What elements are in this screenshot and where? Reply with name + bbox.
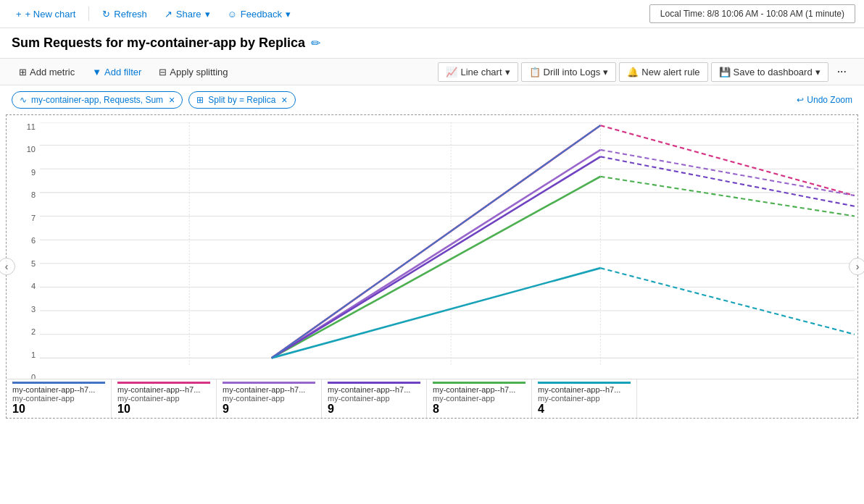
feedback-button[interactable]: ☺ Feedback ▾: [220, 5, 298, 23]
save-icon: 💾: [719, 67, 731, 77]
save-dashboard-label: Save to dashboard: [734, 67, 813, 77]
legend-name-3: my-container-app--h7...: [223, 385, 315, 394]
split-icon: ⊟: [159, 67, 167, 77]
share-label: Share: [176, 9, 202, 20]
add-filter-label: Add filter: [104, 67, 141, 77]
add-metric-button[interactable]: ⊞ Add metric: [12, 63, 82, 81]
legend-name-6: my-container-app--h7...: [538, 385, 631, 394]
chevron-right-icon: ›: [856, 261, 860, 272]
legend-value-4: 9: [328, 403, 420, 416]
legend-bar: my-container-app--h7... my-container-app…: [7, 379, 857, 418]
legend-item-1[interactable]: my-container-app--h7... my-container-app…: [7, 379, 112, 418]
legend-item-3[interactable]: my-container-app--h7... my-container-app…: [217, 379, 322, 418]
filter-bar: ∿ my-container-app, Requests, Sum × ⊞ Sp…: [0, 85, 864, 114]
y-label-3: 3: [31, 305, 36, 314]
time-range-label: Local Time: 8/8 10:06 AM - 10:08 AM (1 m…: [660, 9, 844, 19]
nav-right-button[interactable]: ›: [849, 258, 864, 275]
legend-name-1: my-container-app--h7...: [12, 385, 105, 394]
chevron-down-icon: ▾: [603, 67, 608, 77]
legend-color-3: [223, 382, 315, 384]
split-chip-label: Split by = Replica: [208, 95, 275, 105]
legend-value-3: 9: [223, 403, 315, 416]
chevron-left-icon: ‹: [5, 261, 9, 272]
legend-item-5[interactable]: my-container-app--h7... my-container-app…: [427, 379, 532, 418]
refresh-label: Refresh: [114, 9, 147, 20]
logs-icon: 📋: [529, 67, 541, 77]
undo-zoom-button[interactable]: ↩ Undo Zoom: [797, 95, 852, 105]
drill-into-logs-button[interactable]: 📋 Drill into Logs ▾: [521, 62, 617, 82]
title-bar: Sum Requests for my-container-app by Rep…: [0, 28, 864, 58]
new-alert-rule-button[interactable]: 🔔 New alert rule: [619, 62, 707, 82]
legend-name-4: my-container-app--h7...: [328, 385, 420, 394]
legend-sub-6: my-container-app: [538, 394, 631, 403]
legend-sub-3: my-container-app: [223, 394, 315, 403]
legend-value-1: 10: [12, 403, 105, 416]
new-chart-label: + New chart: [25, 9, 76, 20]
y-label-5: 5: [31, 259, 36, 268]
alert-icon: 🔔: [627, 67, 639, 77]
filter-icon: ▼: [92, 67, 101, 77]
y-label-2: 2: [31, 327, 36, 336]
legend-name-5: my-container-app--h7...: [433, 385, 526, 394]
legend-sub-4: my-container-app: [328, 394, 420, 403]
legend-name-2: my-container-app--h7...: [117, 385, 210, 394]
y-label-10: 10: [27, 145, 36, 154]
add-filter-button[interactable]: ▼ Add filter: [85, 63, 149, 81]
split-chip-close[interactable]: ×: [281, 95, 287, 105]
split-chip[interactable]: ⊞ Split by = Replica ×: [188, 91, 295, 109]
top-toolbar: + + New chart ↻ Refresh ↗ Share ▾ ☺ Feed…: [0, 0, 864, 28]
refresh-button[interactable]: ↻ Refresh: [95, 5, 154, 23]
legend-sub-5: my-container-app: [433, 394, 526, 403]
share-button[interactable]: ↗ Share ▾: [157, 5, 217, 23]
legend-value-5: 8: [433, 403, 526, 416]
drill-logs-label: Drill into Logs: [544, 67, 601, 77]
y-label-6: 6: [31, 236, 36, 245]
metric-chip-close[interactable]: ×: [169, 95, 175, 105]
legend-item-6[interactable]: my-container-app--h7... my-container-app…: [532, 379, 637, 418]
legend-value-2: 10: [117, 403, 210, 416]
save-to-dashboard-button[interactable]: 💾 Save to dashboard ▾: [711, 62, 828, 82]
legend-color-1: [12, 382, 105, 384]
new-chart-button[interactable]: + + New chart: [9, 5, 83, 23]
page-title: Sum Requests for my-container-app by Rep…: [12, 35, 305, 51]
edit-icon[interactable]: ✏: [311, 36, 320, 50]
y-axis: 0 1 2 3 4 5 6 7 8 9 10 11: [7, 122, 40, 382]
legend-item-2[interactable]: my-container-app--h7... my-container-app…: [112, 379, 217, 418]
y-label-9: 9: [31, 168, 36, 177]
legend-sub-1: my-container-app: [12, 394, 105, 403]
action-bar-right: 📈 Line chart ▾ 📋 Drill into Logs ▾ 🔔 New…: [438, 62, 852, 82]
new-alert-label: New alert rule: [641, 67, 699, 77]
time-range-button[interactable]: Local Time: 8/8 10:06 AM - 10:08 AM (1 m…: [649, 4, 855, 23]
line-chart-icon: 📈: [446, 67, 457, 77]
legend-value-6: 4: [538, 403, 631, 416]
feedback-label: Feedback: [241, 9, 282, 20]
feedback-icon: ☺: [228, 9, 237, 20]
legend-color-5: [433, 382, 526, 384]
split-chip-icon: ⊞: [196, 95, 204, 105]
y-label-8: 8: [31, 190, 36, 199]
grid-icon: ⊞: [19, 67, 27, 77]
apply-splitting-button[interactable]: ⊟ Apply splitting: [151, 63, 235, 81]
undo-icon: ↩: [797, 95, 804, 105]
metric-chip-label: my-container-app, Requests, Sum: [31, 95, 163, 105]
chevron-down-icon: ▾: [505, 67, 510, 77]
ellipsis-icon: ···: [837, 65, 847, 77]
add-metric-label: Add metric: [30, 67, 75, 77]
chart-svg: [40, 122, 855, 382]
legend-color-2: [117, 382, 210, 384]
plus-icon: +: [16, 9, 22, 20]
chevron-down-icon: ▾: [205, 9, 210, 20]
y-label-11: 11: [27, 122, 36, 131]
apply-splitting-label: Apply splitting: [170, 67, 228, 77]
y-label-4: 4: [31, 282, 36, 290]
legend-color-4: [328, 382, 420, 384]
refresh-icon: ↻: [102, 9, 110, 20]
more-options-button[interactable]: ···: [831, 62, 852, 82]
metric-chip[interactable]: ∿ my-container-app, Requests, Sum ×: [12, 91, 183, 109]
legend-color-6: [538, 382, 631, 384]
legend-item-4[interactable]: my-container-app--h7... my-container-app…: [322, 379, 427, 418]
legend-sub-2: my-container-app: [117, 394, 210, 403]
line-chart-button[interactable]: 📈 Line chart ▾: [438, 62, 518, 82]
share-icon: ↗: [165, 9, 173, 20]
chevron-down-icon: ▾: [286, 9, 291, 20]
